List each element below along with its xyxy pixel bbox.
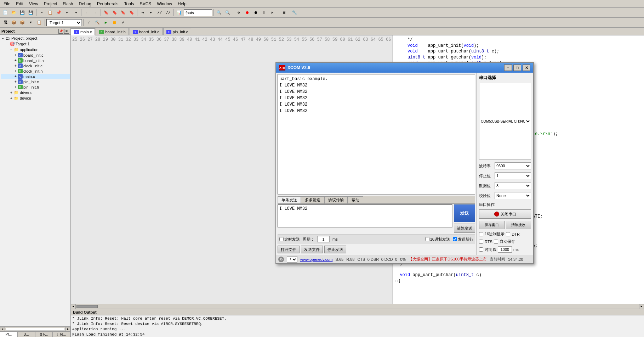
tab-main-c[interactable]: c main.c xyxy=(71,28,95,35)
menu-window[interactable]: Window xyxy=(154,1,175,7)
xcom-tab-help[interactable]: 帮助 xyxy=(348,196,363,203)
proj-tab-b[interactable]: B... xyxy=(18,332,35,337)
project-pin-btn[interactable]: 📌 xyxy=(58,29,63,34)
baud-select[interactable]: 9600 xyxy=(495,162,531,169)
menu-project[interactable]: Project xyxy=(41,1,60,7)
bookmark-btn[interactable]: 🔖 xyxy=(102,9,110,17)
menu-help[interactable]: Help xyxy=(175,1,189,7)
rebuild-btn[interactable]: 🔨 xyxy=(93,19,101,27)
tree-main-c[interactable]: + c main.c xyxy=(1,74,70,79)
auto-save-checkbox[interactable] xyxy=(494,240,498,244)
data-select[interactable]: 8 xyxy=(495,182,531,189)
scroll-left[interactable]: ◄ xyxy=(0,327,5,331)
load-btn[interactable]: ▶ xyxy=(102,19,110,27)
debug4-btn[interactable]: ⏯ xyxy=(269,9,277,17)
timed-send-checkbox[interactable] xyxy=(279,237,284,241)
timed-send-check[interactable]: 定时发送 xyxy=(279,237,300,242)
tree-target1[interactable]: − 🎯 Target 1 xyxy=(1,41,70,47)
hscroll-thumb[interactable] xyxy=(76,305,98,308)
tools-btn[interactable]: 🔧 xyxy=(291,9,298,17)
rts-check[interactable]: RTS xyxy=(479,239,492,244)
nav-fwd-btn[interactable]: → xyxy=(91,9,99,17)
debug2-btn[interactable]: ⏺ xyxy=(252,9,260,17)
hex-display-check[interactable]: 16进制显示 xyxy=(479,231,505,237)
stop-select[interactable]: 1 xyxy=(495,172,531,179)
target-select[interactable]: Target 1 xyxy=(46,19,82,26)
xcom-minimize-btn[interactable]: − xyxy=(504,64,512,71)
paste-btn[interactable]: 📌 xyxy=(55,9,63,17)
hex-display-checkbox[interactable] xyxy=(479,232,483,236)
menu-view[interactable]: View xyxy=(26,1,41,7)
xcom-tab-protocol[interactable]: 协议传输 xyxy=(324,196,348,203)
menu-flash[interactable]: Flash xyxy=(60,1,76,7)
proj-tab-f[interactable]: {} F... xyxy=(35,332,53,337)
undo-btn[interactable]: ↩ xyxy=(63,9,71,17)
hscroll-left[interactable]: ◄ xyxy=(71,304,76,309)
status-dropdown[interactable]: ▼ xyxy=(287,256,297,263)
xcom-receive-area[interactable]: uart_basic example.I LOVE MM32I LOVE MM3… xyxy=(278,74,475,195)
uncomment-btn[interactable]: // xyxy=(164,9,172,17)
dtr-check[interactable]: DTR xyxy=(506,231,520,237)
flash2-btn[interactable]: ⚡ xyxy=(119,19,127,27)
xcom-send-button[interactable]: 发送 xyxy=(454,204,475,222)
window-btn[interactable]: 🖥 xyxy=(280,9,287,17)
open-btn[interactable]: 📂 xyxy=(10,9,18,17)
redo-btn[interactable]: ↪ xyxy=(72,9,80,17)
tree-pin-init-c[interactable]: + c pin_init.c xyxy=(1,79,70,84)
timestamp-checkbox[interactable] xyxy=(479,247,483,252)
run-btn[interactable]: 📊 xyxy=(175,9,183,17)
tree-board-init-c[interactable]: + c board_init.c xyxy=(1,52,70,58)
debug3-btn[interactable]: ⏸ xyxy=(260,9,268,17)
open-file-btn[interactable]: 打开文件 xyxy=(278,246,300,253)
port-select[interactable]: COM5:USB-SERIAL CH34C xyxy=(479,83,531,159)
status-url[interactable]: www.openedv.com xyxy=(300,257,333,262)
search2-btn[interactable]: 🔍 xyxy=(224,9,232,17)
config-btn[interactable]: ⚙ xyxy=(235,9,243,17)
comment-btn[interactable]: // xyxy=(156,9,164,17)
tab-board-init-c[interactable]: c board_init.c xyxy=(130,28,163,35)
rts-checkbox[interactable] xyxy=(479,240,483,244)
menu-peripherals[interactable]: Peripherals xyxy=(94,1,121,7)
tree-device[interactable]: + 📁 device xyxy=(1,95,70,101)
xcom-tab-single[interactable]: 单条发送 xyxy=(278,196,301,203)
xcom-send-input[interactable] xyxy=(278,204,452,228)
scroll-right[interactable]: ► xyxy=(65,327,70,331)
search-btn[interactable]: 🔍 xyxy=(215,9,223,17)
status-link[interactable]: 【火爆全网】正点原子DS100手持示波器上市 xyxy=(409,257,487,262)
proj3-btn[interactable]: 📦 xyxy=(18,19,26,27)
project-close-btn[interactable]: ✕ xyxy=(64,29,69,34)
debug-start-btn[interactable]: ⏺ xyxy=(243,9,251,17)
bookmark4-btn[interactable]: 🔖 xyxy=(128,9,136,17)
save-window-btn[interactable]: 保存窗口 xyxy=(479,221,505,229)
menu-svcs[interactable]: SVCS xyxy=(137,1,154,7)
indent-btn[interactable]: ⇥ xyxy=(139,9,147,17)
bookmark3-btn[interactable]: 🔖 xyxy=(119,9,127,17)
hex-send-check[interactable]: 16进制发送 xyxy=(425,237,450,242)
xcom-tab-multi[interactable]: 多条发送 xyxy=(301,196,324,203)
clear-receive-btn[interactable]: 清除接收 xyxy=(506,221,531,229)
new-btn[interactable]: 📄 xyxy=(1,9,9,17)
proj-btn[interactable]: 🏗 xyxy=(1,19,9,27)
tree-project-root[interactable]: − 🗂 Project: project xyxy=(1,35,70,41)
proj-tab-pr[interactable]: Pr... xyxy=(0,332,18,337)
tab-board-init-h[interactable]: h board_init.h xyxy=(96,28,129,35)
tree-board-init-h[interactable]: + h board_init.h xyxy=(1,58,70,63)
tab-pin-init-c[interactable]: c pin_init.c xyxy=(163,28,191,35)
auto-save-check[interactable]: 自动保存 xyxy=(494,239,515,244)
close-serial-btn[interactable]: 关闭串口 xyxy=(479,209,531,219)
tree-clock-init-h[interactable]: + h clock_init.h xyxy=(1,68,70,74)
stop-btn[interactable]: ⏹ xyxy=(110,19,118,27)
status-gear-icon[interactable]: ⚙ xyxy=(278,257,284,262)
period-input[interactable] xyxy=(317,236,330,242)
newline-check[interactable]: 发送新行 xyxy=(453,237,473,242)
proj2-btn[interactable]: 📦 xyxy=(10,19,18,27)
search-input[interactable] xyxy=(184,9,212,16)
stop-send-btn[interactable]: 停止发送 xyxy=(324,246,346,253)
hex-send-checkbox[interactable] xyxy=(425,237,429,241)
save-btn[interactable]: 💾 xyxy=(18,9,26,17)
send-file-btn[interactable]: 发送文件 xyxy=(301,246,323,253)
menu-edit[interactable]: Edit xyxy=(13,1,26,7)
copy-btn[interactable]: 📋 xyxy=(46,9,54,17)
dtr-checkbox[interactable] xyxy=(506,232,510,236)
xcom-close-btn[interactable]: ✕ xyxy=(523,64,530,71)
